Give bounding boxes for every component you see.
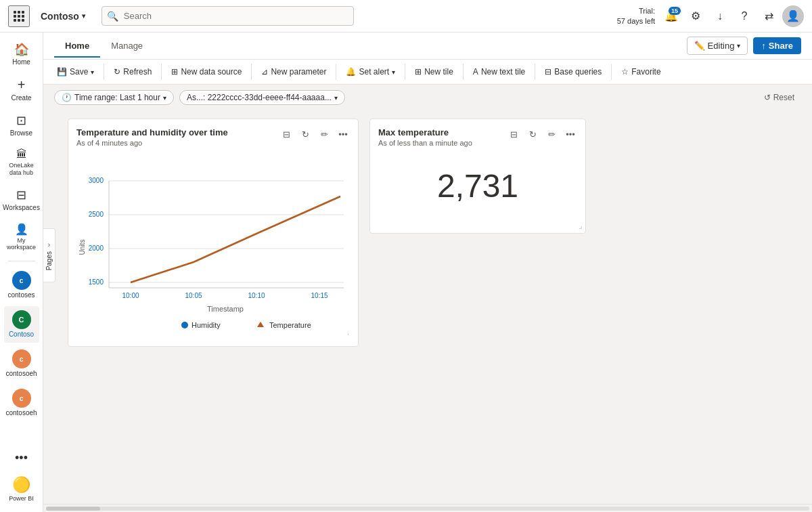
- kpi-resize-handle[interactable]: ⌟: [579, 221, 583, 230]
- time-range-filter[interactable]: 🕐 Time range: Last 1 hour ▾: [54, 90, 174, 105]
- contosoeh2-icon: c: [12, 389, 31, 408]
- sidebar-item-onelake[interactable]: 🏛 OneLakedata hub: [4, 144, 39, 181]
- toolbar-sep-2: [161, 64, 162, 80]
- chart-edit-icon: ✏: [321, 129, 328, 140]
- topbar: Contoso ▾ 🔍 Trial: 57 days left 🔔 15 ⚙ ↓…: [0, 0, 812, 33]
- kpi-card-actions: ⊟ ↻ ✏ •••: [505, 126, 579, 142]
- favorite-button[interactable]: ☆ Favorite: [616, 64, 666, 79]
- share-button[interactable]: ↑ Share: [753, 37, 801, 54]
- save-button[interactable]: 💾 Save ▾: [51, 64, 99, 79]
- help-button[interactable]: ?: [734, 5, 755, 27]
- search-container: 🔍: [102, 6, 354, 26]
- sidebar-item-contosoeh2[interactable]: c contosoeh: [4, 385, 39, 421]
- chart-table-view-button[interactable]: ⊟: [278, 126, 294, 142]
- scrollbar-track: [46, 507, 809, 511]
- home-icon: 🏠: [14, 42, 29, 57]
- sidebar: 🏠 Home + Create ⊡ Browse 🏛 OneLakedata h…: [0, 33, 43, 512]
- svg-text:10:00: 10:00: [122, 292, 139, 299]
- sidebar-item-home[interactable]: 🏠 Home: [4, 38, 39, 70]
- app-area: Home Manage ✏️ Editing ▾ ↑ Share 💾: [43, 33, 812, 512]
- sidebar-item-contoses[interactable]: c contoses: [4, 267, 39, 303]
- tab-bar-actions: ✏️ Editing ▾ ↑ Share: [687, 37, 801, 55]
- new-text-tile-icon: A: [473, 67, 478, 77]
- clock-icon: 🕐: [62, 93, 72, 102]
- kpi-refresh-button[interactable]: ↻: [524, 126, 541, 142]
- save-icon: 💾: [57, 67, 67, 77]
- chart-card-actions: ⊟ ↻ ✏ •••: [278, 126, 351, 142]
- avatar[interactable]: 👤: [782, 5, 804, 27]
- sidebar-item-contoso[interactable]: C Contoso: [4, 306, 39, 343]
- tab-bar: Home Manage ✏️ Editing ▾ ↑ Share: [43, 33, 812, 60]
- new-parameter-icon: ⊿: [261, 67, 268, 77]
- scrollbar-thumb[interactable]: [46, 507, 100, 511]
- asset-filter[interactable]: As...: 2222cccc-33dd-eeee-ff44-aaaaa... …: [179, 90, 345, 105]
- chart-svg: Units 3000 2500 2000 1500 10:00 10:05: [76, 152, 354, 335]
- alert-icon: 🔔: [346, 67, 356, 77]
- sidebar-item-browse[interactable]: ⊡ Browse: [4, 109, 39, 142]
- save-caret-icon: ▾: [91, 68, 94, 76]
- contosoeh1-icon: c: [12, 349, 31, 368]
- editing-caret-icon: ▾: [737, 42, 740, 49]
- powerbi-icon: 🟡: [12, 476, 30, 494]
- svg-text:Timestamp: Timestamp: [207, 305, 244, 313]
- base-queries-button[interactable]: ⊟ Base queries: [539, 64, 607, 79]
- search-input[interactable]: [102, 6, 354, 26]
- waffle-menu-button[interactable]: [8, 5, 30, 27]
- svg-text:10:15: 10:15: [311, 292, 328, 299]
- share-contacts-icon: ⇄: [765, 9, 773, 22]
- new-parameter-button[interactable]: ⊿ New parameter: [256, 64, 332, 79]
- gear-icon: ⚙: [691, 9, 700, 22]
- kpi-edit-button[interactable]: ✏: [543, 126, 560, 142]
- kpi-more-icon: •••: [566, 129, 575, 140]
- sidebar-item-myworkspace[interactable]: 👤 Myworkspace: [4, 219, 39, 256]
- sidebar-item-contosoeh1[interactable]: c contosoeh: [4, 345, 39, 382]
- chart-refresh-button[interactable]: ↻: [297, 126, 313, 142]
- svg-marker-16: [257, 322, 264, 327]
- sidebar-item-powerbi[interactable]: 🟡 Power BI: [4, 472, 39, 507]
- new-text-tile-button[interactable]: A New text tile: [468, 64, 531, 79]
- brand-selector[interactable]: Contoso ▾: [35, 8, 91, 24]
- pages-handle[interactable]: › Pages: [43, 228, 55, 282]
- editing-button[interactable]: ✏️ Editing ▾: [687, 37, 748, 55]
- set-alert-button[interactable]: 🔔 Set alert ▾: [340, 64, 401, 79]
- svg-text:1500: 1500: [89, 278, 104, 286]
- trial-info: Trial: 57 days left: [617, 6, 655, 26]
- svg-text:⌟: ⌟: [346, 329, 349, 335]
- settings-button[interactable]: ⚙: [685, 5, 706, 27]
- svg-text:Humidity: Humidity: [191, 321, 221, 329]
- sidebar-item-more[interactable]: •••: [4, 447, 39, 469]
- refresh-icon: ↻: [114, 67, 120, 77]
- toolbar-sep-6: [463, 64, 464, 80]
- base-queries-icon: ⊟: [545, 67, 551, 77]
- chart-card: Temperature and humidity over time As of…: [68, 119, 359, 347]
- refresh-button[interactable]: ↻ Refresh: [108, 64, 157, 79]
- share-contacts-button[interactable]: ⇄: [758, 5, 780, 27]
- sidebar-item-workspaces[interactable]: ⊟ Workspaces: [4, 184, 39, 216]
- reset-button[interactable]: ↺ Reset: [757, 91, 801, 104]
- tab-home[interactable]: Home: [54, 35, 100, 58]
- new-tile-button[interactable]: ⊞ New tile: [409, 64, 459, 79]
- table-icon: ⊟: [283, 129, 290, 140]
- sidebar-item-create[interactable]: + Create: [4, 73, 39, 106]
- brand-caret-icon: ▾: [82, 12, 85, 20]
- chart-more-button[interactable]: •••: [335, 126, 351, 142]
- toolbar: 💾 Save ▾ ↻ Refresh ⊞ New data source ⊿ N…: [43, 60, 812, 85]
- topbar-icons: 🔔 15 ⚙ ↓ ? ⇄ 👤: [660, 5, 804, 27]
- toolbar-sep-7: [535, 64, 535, 80]
- notifications-button[interactable]: 🔔 15: [660, 5, 682, 27]
- download-button[interactable]: ↓: [709, 5, 731, 27]
- pencil-icon: ✏️: [694, 41, 705, 51]
- notification-badge: 15: [669, 7, 681, 15]
- tab-manage[interactable]: Manage: [100, 35, 154, 58]
- myworkspace-icon: 👤: [15, 223, 28, 236]
- kpi-table-view-button[interactable]: ⊟: [505, 126, 522, 142]
- kpi-more-button[interactable]: •••: [562, 126, 579, 142]
- chart-edit-button[interactable]: ✏: [316, 126, 332, 142]
- browse-icon: ⊡: [16, 113, 26, 128]
- toolbar-sep-3: [251, 64, 252, 80]
- new-data-source-button[interactable]: ⊞ New data source: [166, 64, 247, 79]
- svg-text:10:10: 10:10: [248, 292, 265, 299]
- kpi-card: Max temperature As of less than a minute…: [369, 119, 586, 234]
- avatar-icon: 👤: [786, 9, 800, 22]
- pages-label: Pages: [45, 251, 53, 270]
